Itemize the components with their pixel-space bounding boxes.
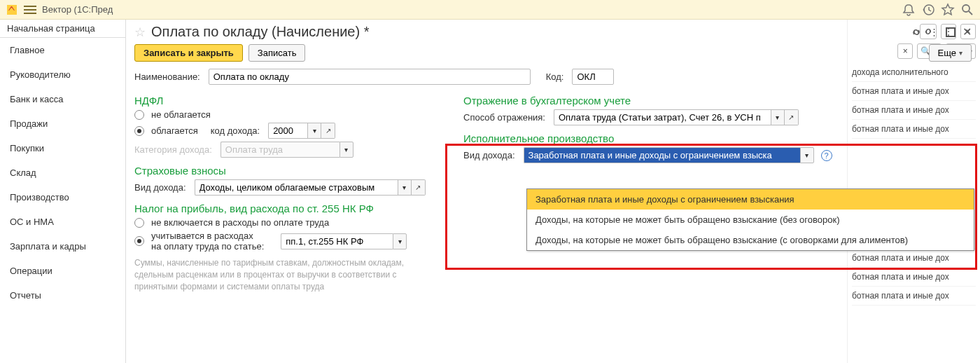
- dropdown-option[interactable]: Доходы, на которые не может быть обращен…: [527, 230, 974, 250]
- close-icon[interactable]: ✕: [962, 25, 972, 39]
- nav-item[interactable]: Склад: [0, 160, 125, 185]
- save-button[interactable]: Записать: [248, 44, 306, 62]
- chevron-down-icon[interactable]: ▾: [393, 233, 407, 249]
- income-code-label: код дохода:: [211, 125, 260, 136]
- exec-kind-dropdown[interactable]: Заработная плата и иные доходы с огранич…: [526, 189, 974, 251]
- more-button[interactable]: Еще: [929, 44, 972, 62]
- nav-item[interactable]: Зарплата и кадры: [0, 234, 125, 259]
- open-icon[interactable]: ↗: [321, 123, 335, 139]
- app-title: Вектор (1С:Пред: [42, 4, 113, 15]
- app-bar: Вектор (1С:Пред: [0, 0, 980, 20]
- ndfl-yes-label: облагается: [151, 125, 198, 136]
- history-icon[interactable]: [921, 3, 935, 17]
- category-combo: ▾: [220, 142, 354, 158]
- profit-yes-radio[interactable]: [134, 236, 144, 246]
- profit-no-label: не включается в расходы по оплате труда: [151, 217, 329, 228]
- nav-sidebar: Начальная страница Главное Руководителю …: [0, 20, 126, 363]
- chevron-down-icon[interactable]: ▾: [398, 179, 412, 196]
- chevron-down-icon[interactable]: ▾: [800, 147, 814, 163]
- accounting-section-title: Отражение в бухгалтерском учете: [463, 95, 855, 107]
- link-icon[interactable]: [910, 26, 923, 39]
- kebab-icon[interactable]: ⋮: [930, 27, 939, 37]
- svg-point-2: [962, 5, 969, 12]
- nav-item[interactable]: Покупки: [0, 136, 125, 160]
- chevron-down-icon[interactable]: ▾: [771, 109, 785, 125]
- income-code-combo[interactable]: ▾ ↗: [268, 123, 335, 139]
- help-icon[interactable]: ?: [821, 150, 832, 161]
- exec-section-title: Исполнительное производство: [463, 132, 855, 144]
- page-title: Оплата по окладу (Начисление) *: [151, 24, 370, 40]
- save-close-button[interactable]: Записать и закрыть: [134, 44, 243, 62]
- app-logo: [6, 4, 18, 16]
- name-input[interactable]: [209, 69, 531, 85]
- nav-item[interactable]: Операции: [0, 259, 125, 283]
- chevron-down-icon[interactable]: ▾: [307, 123, 321, 139]
- code-input[interactable]: [572, 69, 614, 85]
- ndfl-no-radio[interactable]: [134, 110, 144, 120]
- profit-hint-text: Суммы, начисленные по тарифным ставкам, …: [134, 257, 428, 292]
- profit-tax-section-title: Налог на прибыль, вид расхода по ст. 255…: [134, 203, 435, 214]
- nav-item[interactable]: ОС и НМА: [0, 210, 125, 234]
- nav-item[interactable]: Руководителю: [0, 62, 125, 87]
- chevron-down-icon: ▾: [340, 142, 354, 158]
- nav-item[interactable]: Банк и касса: [0, 87, 125, 111]
- start-page-tab[interactable]: Начальная страница: [0, 20, 125, 38]
- income-code-input[interactable]: [268, 123, 307, 139]
- accounting-method-input[interactable]: [554, 109, 771, 125]
- star-icon[interactable]: [941, 3, 955, 17]
- nav-item[interactable]: Продажи: [0, 111, 125, 136]
- insurance-kind-label: Вид дохода:: [134, 182, 186, 193]
- open-icon[interactable]: ↗: [412, 179, 426, 196]
- maximize-icon[interactable]: [946, 27, 955, 37]
- accounting-method-combo[interactable]: ▾ ↗: [554, 109, 799, 125]
- profit-article-combo[interactable]: ▾: [281, 233, 407, 249]
- name-label: Наименование:: [134, 71, 200, 82]
- accounting-method-label: Способ отражения:: [463, 112, 545, 123]
- dropdown-option[interactable]: Заработная плата и иные доходы с огранич…: [527, 189, 974, 210]
- category-input: [220, 142, 340, 158]
- ndfl-yes-radio[interactable]: [134, 126, 144, 136]
- dropdown-option[interactable]: Доходы, на которые не может быть обращен…: [527, 210, 974, 230]
- profit-article-input[interactable]: [281, 233, 393, 249]
- category-label: Категория дохода:: [134, 144, 212, 155]
- nav-item[interactable]: Производство: [0, 185, 125, 210]
- insurance-kind-combo[interactable]: ▾ ↗: [195, 179, 426, 196]
- exec-kind-input[interactable]: [524, 147, 800, 163]
- exec-kind-combo[interactable]: ▾: [524, 147, 814, 163]
- code-label: Код:: [546, 71, 564, 82]
- open-icon[interactable]: ↗: [785, 109, 799, 125]
- bell-icon[interactable]: [902, 3, 916, 17]
- ndfl-section-title: НДФЛ: [134, 95, 435, 107]
- favorite-star-icon[interactable]: ☆: [134, 25, 146, 40]
- nav-item[interactable]: Главное: [0, 38, 125, 62]
- insurance-kind-input[interactable]: [195, 179, 398, 196]
- insurance-section-title: Страховые взносы: [134, 165, 435, 177]
- menu-icon[interactable]: [24, 4, 36, 16]
- profit-no-radio[interactable]: [134, 218, 144, 228]
- exec-kind-label: Вид дохода:: [463, 150, 515, 160]
- profit-yes-label: учитывается в расходах на оплату труда п…: [151, 231, 264, 252]
- ndfl-no-label: не облагается: [151, 109, 211, 120]
- search-icon[interactable]: [960, 3, 974, 17]
- nav-item[interactable]: Отчеты: [0, 283, 125, 308]
